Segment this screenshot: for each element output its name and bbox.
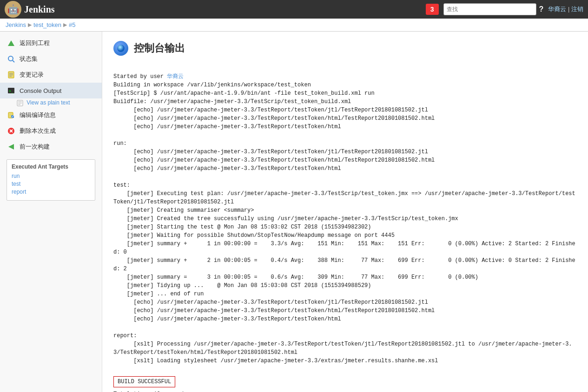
console-output: Started by user 华裔云 Building in workspac… [113,64,577,392]
search-input[interactable] [443,3,536,15]
ant-target-run: run [12,173,90,179]
breadcrumb: Jenkins ▶ test_token ▶ #5 [0,19,588,32]
svg-marker-0 [8,40,14,46]
user-link[interactable]: 华裔云 [167,73,184,80]
search-area: ? [443,3,544,15]
svg-point-1 [8,56,13,61]
ant-targets-section: Executed Ant Targets run test report [7,159,95,201]
sidebar-label-delete: 删除本次生成 [20,127,56,135]
user-link[interactable]: 华裔云 [548,6,566,13]
sidebar: 返回到工程 状态集 变更记录 >_ Console Output View as… [0,32,102,392]
breadcrumb-sep-2: ▶ [63,22,67,28]
user-area: 华裔云 | 注销 [548,5,583,13]
page-title-icon [113,41,128,56]
svg-point-20 [117,45,125,52]
breadcrumb-build-number[interactable]: #5 [69,21,75,28]
help-icon[interactable]: ? [539,5,544,13]
main-content: 控制台输出 Started by user 华裔云 Building in wo… [102,32,588,392]
breadcrumb-sep-1: ▶ [28,22,32,28]
search-icon [7,54,16,64]
delete-icon [7,126,16,136]
header: 🤖 Jenkins 3 ? 华裔云 | 注销 [0,0,588,19]
breadcrumb-test-token[interactable]: test_token [33,21,61,28]
sidebar-label-return: 返回到工程 [20,39,50,47]
edit-icon [7,111,16,120]
ant-target-report-link[interactable]: report [12,189,26,195]
notification-badge[interactable]: 3 [426,4,439,15]
layout: 返回到工程 状态集 变更记录 >_ Console Output View as… [0,32,588,392]
changes-icon [7,70,16,79]
sidebar-item-edit-build[interactable]: 编辑编译信息 [0,107,102,123]
page-title-area: 控制台输出 [113,41,577,56]
ant-targets-title: Executed Ant Targets [12,163,90,170]
sidebar-item-return-project[interactable]: 返回到工程 [0,35,102,51]
view-plain-text-link[interactable]: View as plain text [17,98,102,107]
ant-target-test-link[interactable]: test [12,181,20,187]
sidebar-item-delete-build[interactable]: 删除本次生成 [0,123,102,139]
svg-line-2 [13,60,14,62]
logo-area: 🤖 Jenkins [5,1,55,18]
sidebar-item-changes[interactable]: 变更记录 [0,67,102,83]
sidebar-item-status[interactable]: 状态集 [0,51,102,67]
sidebar-label-prev-build: 前一次构建 [20,143,50,151]
ant-targets-list: run test report [12,173,90,195]
sidebar-label-changes: 变更记录 [20,71,44,79]
arrow-left-icon [7,142,16,151]
sidebar-label-status: 状态集 [20,55,38,63]
sidebar-label-edit-build: 编辑编译信息 [20,111,56,119]
sidebar-item-prev-build[interactable]: 前一次构建 [0,139,102,155]
svg-marker-19 [8,144,14,150]
ant-target-run-link[interactable]: run [12,173,20,179]
svg-text:>_: >_ [9,89,13,93]
ant-target-report: report [12,189,90,195]
sidebar-submenu-plain-text: View as plain text [0,98,102,107]
build-success-box: BUILD SUCCESSFUL [113,376,175,387]
page-title: 控制台输出 [134,41,185,55]
sidebar-label-console: Console Output [20,87,61,94]
arrow-up-icon [7,39,16,48]
line-started-by: Started by user 华裔云 Building in workspac… [113,73,575,392]
separator: | [568,6,571,13]
logout-link[interactable]: 注销 [571,6,583,13]
logo-text: Jenkins [24,4,55,15]
ant-target-test: test [12,181,90,187]
breadcrumb-jenkins[interactable]: Jenkins [6,21,26,28]
sidebar-item-console[interactable]: >_ Console Output [0,83,102,98]
console-icon: >_ [7,86,16,95]
jenkins-logo-icon: 🤖 [5,1,21,18]
